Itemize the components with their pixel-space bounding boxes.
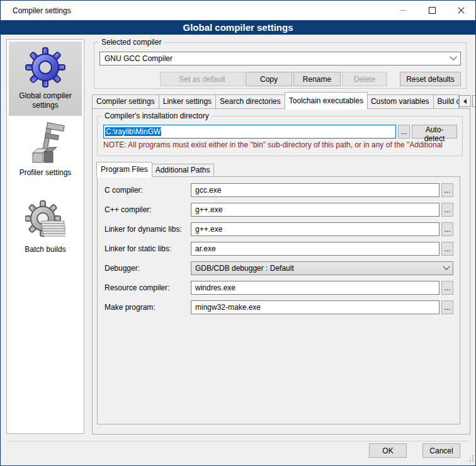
- field-label: C compiler:: [105, 186, 191, 195]
- sidebar-item-label: Profiler settings: [20, 168, 72, 178]
- sidebar-item-label: Global compiler settings: [9, 91, 82, 110]
- c-compiler-row: C compiler: gcc.exe ...: [105, 183, 453, 197]
- minimize-button[interactable]: [388, 1, 417, 20]
- tab-custom-variables[interactable]: Custom variables: [367, 94, 434, 109]
- caliper-icon: [25, 122, 65, 167]
- field-value: windres.exe: [195, 283, 235, 292]
- maximize-button[interactable]: [417, 1, 446, 20]
- set-as-default-button[interactable]: Set as default: [160, 72, 244, 86]
- field-label: Debugger:: [105, 264, 191, 273]
- browse-static-linker-button[interactable]: ...: [441, 242, 453, 256]
- field-value: g++.exe: [195, 205, 222, 214]
- titlebar: Compiler settings: [1, 1, 475, 20]
- executables-form: C compiler: gcc.exe ... C++ compiler: g+…: [105, 183, 453, 320]
- tab-scroll-buttons: [459, 95, 476, 107]
- compiler-select[interactable]: GNU GCC Compiler: [99, 52, 461, 65]
- settings-category-list: Global compiler settings: [6, 39, 84, 434]
- tab-search-directories[interactable]: Search directories: [216, 94, 285, 109]
- cpp-compiler-input[interactable]: g++.exe: [191, 203, 439, 217]
- sidebar-item-global-compiler-settings[interactable]: Global compiler settings: [9, 42, 82, 116]
- program-tabs: Program Files Additional Paths: [97, 162, 214, 177]
- sidebar-item-batch-builds[interactable]: Batch builds: [9, 195, 82, 270]
- tab-program-files[interactable]: Program Files: [96, 162, 152, 178]
- program-files-panel: C compiler: gcc.exe ... C++ compiler: g+…: [97, 176, 460, 424]
- page-title: Global compiler settings: [1, 20, 475, 35]
- sidebar-item-profiler-settings[interactable]: Profiler settings: [9, 118, 82, 193]
- main-tabs: Compiler settings Linker settings Search…: [92, 93, 470, 109]
- resource-compiler-input[interactable]: windres.exe: [191, 281, 439, 295]
- dynamic-linker-row: Linker for dynamic libs: g++.exe ...: [105, 222, 453, 236]
- window-title: Compiler settings: [1, 6, 71, 15]
- installation-directory-group: Compiler's installation directory C:\ray…: [97, 116, 463, 156]
- browse-directory-button[interactable]: ...: [398, 125, 410, 139]
- rename-button[interactable]: Rename: [293, 72, 341, 86]
- make-program-input[interactable]: mingw32-make.exe: [191, 300, 439, 314]
- sidebar-item-label: Batch builds: [25, 245, 65, 254]
- tab-additional-paths[interactable]: Additional Paths: [152, 164, 215, 177]
- static-linker-input[interactable]: ar.exe: [191, 242, 439, 256]
- footer-divider: [7, 441, 469, 441]
- field-label: Linker for dynamic libs:: [105, 225, 191, 234]
- field-label: Resource compiler:: [105, 283, 191, 292]
- tab-scroll-left-button[interactable]: [459, 95, 471, 107]
- chevron-down-icon: [443, 263, 450, 270]
- field-label: C++ compiler:: [105, 205, 191, 214]
- field-value: ar.exe: [195, 244, 216, 253]
- maximize-icon: [429, 7, 436, 14]
- browse-c-compiler-button[interactable]: ...: [441, 183, 453, 197]
- tab-compiler-settings[interactable]: Compiler settings: [92, 94, 159, 109]
- ok-button[interactable]: OK: [369, 443, 407, 458]
- compiler-select-value: GNU GCC Compiler: [105, 54, 173, 63]
- dynamic-linker-input[interactable]: g++.exe: [191, 222, 439, 236]
- browse-resource-compiler-button[interactable]: ...: [441, 281, 453, 295]
- field-value: g++.exe: [195, 225, 222, 234]
- delete-button[interactable]: Delete: [342, 72, 387, 86]
- static-linker-row: Linker for static libs: ar.exe ...: [105, 242, 453, 256]
- compiler-settings-dialog: Compiler settings Global compiler settin…: [0, 0, 476, 466]
- close-icon: [458, 7, 465, 14]
- installation-directory-input[interactable]: C:\raylib\MinGW: [103, 125, 396, 139]
- make-program-row: Make program: mingw32-make.exe ...: [105, 300, 453, 314]
- browse-cpp-compiler-button[interactable]: ...: [441, 203, 453, 217]
- tab-build-options[interactable]: Build options: [434, 94, 459, 109]
- debugger-row: Debugger: GDB/CDB debugger : Default: [105, 261, 453, 275]
- auto-detect-button[interactable]: Auto-detect: [412, 125, 457, 139]
- debugger-select[interactable]: GDB/CDB debugger : Default: [191, 261, 453, 275]
- selected-text: C:\raylib\MinGW: [105, 127, 161, 136]
- resource-compiler-row: Resource compiler: windres.exe ...: [105, 281, 453, 295]
- cpp-compiler-row: C++ compiler: g++.exe ...: [105, 203, 453, 217]
- minimize-icon: [400, 10, 406, 11]
- dialog-body: Global compiler settings: [1, 35, 475, 465]
- browse-make-program-button[interactable]: ...: [441, 300, 453, 314]
- reset-defaults-button[interactable]: Reset defaults: [400, 72, 461, 86]
- toolchain-executables-page: Compiler's installation directory C:\ray…: [92, 108, 470, 435]
- tab-toolchain-executables[interactable]: Toolchain executables: [285, 92, 368, 110]
- field-value: GDB/CDB debugger : Default: [195, 264, 294, 273]
- gear-stack-icon: [25, 198, 65, 244]
- browse-dynamic-linker-button[interactable]: ...: [441, 222, 453, 236]
- field-value: gcc.exe: [195, 186, 221, 195]
- gear-blue-icon: [25, 45, 65, 90]
- group-legend: Compiler's installation directory: [102, 111, 212, 120]
- tab-scroll-right-button[interactable]: [472, 95, 476, 107]
- installation-directory-row: C:\raylib\MinGW ... Auto-detect: [103, 125, 457, 139]
- close-button[interactable]: [446, 1, 475, 20]
- tab-linker-settings[interactable]: Linker settings: [159, 94, 216, 109]
- selected-compiler-group: Selected compiler GNU GCC Compiler Set a…: [94, 42, 467, 89]
- c-compiler-input[interactable]: gcc.exe: [191, 183, 439, 197]
- field-label: Make program:: [105, 303, 191, 312]
- arrow-left-icon: [463, 99, 467, 104]
- field-label: Linker for static libs:: [105, 244, 191, 253]
- resize-grip-icon[interactable]: [467, 455, 473, 463]
- copy-button[interactable]: Copy: [246, 72, 292, 86]
- bin-subdirectory-note: NOTE: All programs must exist either in …: [103, 140, 462, 149]
- group-legend: Selected compiler: [99, 38, 164, 47]
- field-value: mingw32-make.exe: [195, 303, 261, 312]
- caption-buttons: [388, 1, 475, 20]
- cancel-button[interactable]: Cancel: [422, 443, 460, 458]
- chevron-down-icon: [450, 54, 456, 60]
- compiler-button-row: Set as default Copy Rename Delete Reset …: [99, 72, 461, 86]
